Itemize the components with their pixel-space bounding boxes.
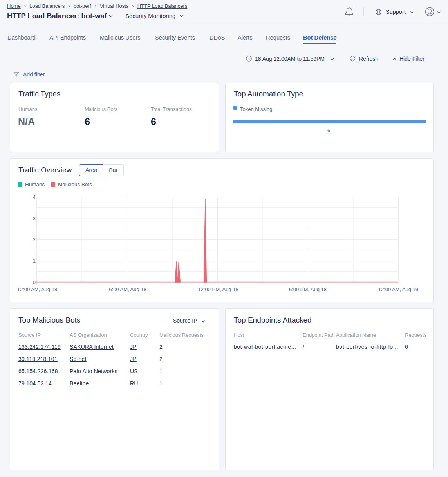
svg-text:1: 1 (33, 258, 36, 264)
svg-text:4: 4 (33, 194, 36, 200)
svg-text:12:00 AM, Aug 19: 12:00 AM, Aug 19 (378, 287, 419, 292)
svg-text:0: 0 (33, 280, 36, 285)
svg-text:2: 2 (33, 237, 36, 243)
svg-text:12:00 PM, Aug 18: 12:00 PM, Aug 18 (198, 287, 238, 292)
svg-text:12:00 AM, Aug 18: 12:00 AM, Aug 18 (17, 287, 58, 292)
svg-text:3: 3 (33, 216, 36, 221)
svg-text:6:00 AM, Aug 18: 6:00 AM, Aug 18 (109, 287, 146, 292)
svg-text:6:00 PM, Aug 18: 6:00 PM, Aug 18 (289, 287, 327, 292)
